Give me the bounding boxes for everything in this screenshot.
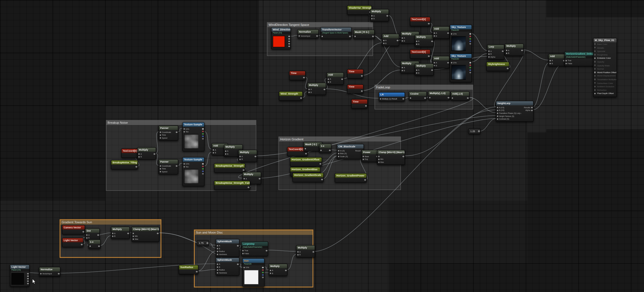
- output-pin[interactable]: [316, 35, 318, 36]
- node-heightlerp[interactable]: HeightLerpA (V3)B (V3)Transition Phase (…: [496, 101, 533, 122]
- color-swatch[interactable]: [11, 273, 24, 284]
- node-multiply[interactable]: MultiplyAB: [370, 9, 389, 21]
- input-pin[interactable]: [594, 47, 595, 48]
- color-swatch[interactable]: [273, 36, 285, 47]
- input-pin[interactable]: [362, 156, 364, 157]
- node-1-75[interactable]: 1.75: [197, 240, 209, 246]
- input-pin[interactable]: [402, 67, 403, 68]
- node-panner[interactable]: PannerCoordinateTimeSpeed: [159, 159, 178, 174]
- output-pin[interactable]: [361, 90, 362, 92]
- wire[interactable]: [204, 131, 212, 150]
- input-pin[interactable]: [451, 62, 452, 63]
- input-pin[interactable]: [112, 232, 113, 234]
- output-pin[interactable]: [202, 138, 203, 139]
- material-pin-row[interactable]: Subsurface Color: [594, 81, 617, 85]
- output-pin[interactable]: [469, 38, 471, 39]
- material-pin-row[interactable]: World Position Offset: [594, 71, 617, 74]
- node-lerp[interactable]: LerpABAlpha: [487, 44, 504, 60]
- output-pin[interactable]: [521, 49, 523, 51]
- node-breakupnoise-tiling[interactable]: BreakupNoise_Tiling: [111, 160, 138, 169]
- input-pin[interactable]: [594, 72, 595, 73]
- node-1-x[interactable]: 1-x: [88, 239, 100, 249]
- output-pin[interactable]: [255, 156, 256, 157]
- wire[interactable]: [29, 273, 39, 273]
- output-pin[interactable]: [202, 163, 203, 164]
- input-pin[interactable]: [40, 273, 41, 274]
- wire[interactable]: [198, 251, 216, 271]
- input-pin[interactable]: [497, 115, 498, 117]
- node-multiply[interactable]: MultiplyAB: [415, 63, 434, 76]
- input-pin[interactable]: [138, 156, 140, 157]
- output-pin[interactable]: [196, 271, 197, 272]
- output-pin[interactable]: [329, 150, 330, 151]
- input-pin[interactable]: [410, 97, 411, 99]
- input-pin[interactable]: [160, 134, 161, 136]
- node-multiply[interactable]: MultiplyAB: [296, 245, 315, 257]
- output-pin[interactable]: [285, 270, 286, 271]
- input-pin[interactable]: [549, 63, 551, 64]
- output-pin[interactable]: [288, 43, 290, 44]
- texture-thumbnail[interactable]: [184, 134, 198, 149]
- input-pin[interactable]: [488, 53, 490, 55]
- output-pin[interactable]: [81, 244, 82, 245]
- input-pin[interactable]: [213, 152, 214, 153]
- input-pin[interactable]: [594, 75, 595, 76]
- node-add[interactable]: AddAB: [548, 54, 566, 66]
- output-pin[interactable]: [27, 273, 29, 274]
- input-pin[interactable]: [217, 269, 218, 271]
- node-horizon-gradientscale[interactable]: Horizon_GradientScale: [292, 173, 324, 182]
- output-pin[interactable]: [288, 38, 290, 39]
- input-pin[interactable]: [594, 54, 595, 55]
- input-pin[interactable]: [594, 79, 595, 80]
- input-pin[interactable]: [497, 113, 498, 114]
- input-pin[interactable]: [183, 166, 185, 167]
- output-pin[interactable]: [262, 274, 263, 275]
- input-pin[interactable]: [434, 35, 435, 36]
- node-cosine[interactable]: Cosine: [409, 91, 427, 101]
- node-multiply[interactable]: MultiplyAB: [415, 35, 434, 47]
- output-pin[interactable]: [154, 153, 155, 155]
- node-multiply[interactable]: MultiplyAB: [111, 227, 130, 239]
- input-pin[interactable]: [132, 232, 134, 234]
- node-sun[interactable]: SunParam2DUVs: [242, 258, 265, 287]
- input-pin[interactable]: [434, 65, 435, 66]
- wire[interactable]: [267, 250, 296, 251]
- output-pin[interactable]: [202, 131, 203, 132]
- node-clamp-min-0-max-1[interactable]: Clamp (Min=0) (Max=1)MinMax: [131, 227, 159, 242]
- input-pin[interactable]: [160, 165, 161, 166]
- output-pin[interactable]: [361, 75, 362, 76]
- node-spheremask[interactable]: SphereMaskABRadiusHardness: [216, 257, 239, 276]
- input-pin[interactable]: [160, 171, 161, 172]
- input-pin[interactable]: [594, 50, 595, 52]
- node-cm-biasscale[interactable]: CM_BiasScaleIn (S)Bias (S)Scale (S)Resul…: [337, 144, 364, 159]
- output-pin[interactable]: [447, 32, 449, 34]
- input-pin[interactable]: [297, 254, 299, 255]
- input-pin[interactable]: [132, 238, 134, 240]
- node-time[interactable]: Time: [351, 99, 368, 109]
- node-multiply-1-0[interactable]: Multiply(,-1.0): [428, 91, 450, 100]
- node-texture-sample[interactable]: Texture SampleUVsTex: [182, 157, 205, 186]
- input-pin[interactable]: [383, 43, 384, 44]
- node-horizon-gradientoffset[interactable]: Horizon_GradientOffset: [290, 157, 322, 167]
- material-pin-row[interactable]: World Displacement: [594, 74, 617, 78]
- output-pin[interactable]: [202, 173, 203, 174]
- wire[interactable]: [533, 63, 565, 110]
- input-pin[interactable]: [160, 137, 161, 139]
- wire[interactable]: [471, 33, 488, 51]
- input-pin[interactable]: [320, 150, 321, 151]
- node-texcoord-0[interactable]: TexCoord[0]: [410, 49, 431, 59]
- output-pin[interactable]: [469, 69, 471, 71]
- output-pin[interactable]: [262, 269, 263, 271]
- wire[interactable]: [522, 50, 549, 60]
- output-pin[interactable]: [531, 110, 532, 111]
- output-pin[interactable]: [288, 41, 290, 42]
- input-pin[interactable]: [371, 15, 372, 16]
- input-pin[interactable]: [183, 163, 185, 164]
- output-pin[interactable]: [428, 55, 429, 57]
- input-pin[interactable]: [451, 33, 452, 35]
- output-pin[interactable]: [502, 50, 503, 52]
- input-pin[interactable]: [416, 69, 417, 71]
- node-horizon-gradientpower[interactable]: Horizon_GradientPower: [335, 173, 367, 183]
- input-pin[interactable]: [497, 107, 498, 108]
- material-pin-row[interactable]: Roughness: [594, 53, 617, 57]
